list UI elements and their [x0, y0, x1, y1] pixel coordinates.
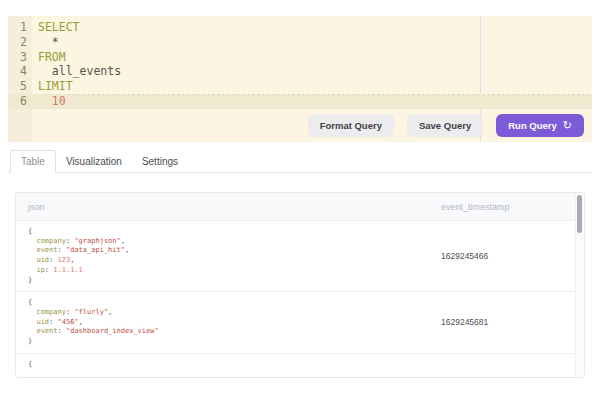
- json-line: event: "data_api_hit",: [28, 246, 441, 256]
- refresh-icon: ↻: [563, 120, 572, 131]
- table-row: { company: "flurly", uid: "456", event: …: [16, 292, 584, 354]
- results-tabbar: Table Visualization Settings: [8, 150, 592, 173]
- json-cell: {: [16, 354, 441, 378]
- timestamp-cell: 1629245466: [441, 221, 488, 291]
- json-line: company: "graphjson",: [28, 237, 441, 247]
- results-table: json event_timestamp { company: "graphjs…: [15, 192, 585, 378]
- editor-line: 1 SELECT: [8, 20, 592, 35]
- sql-editor[interactable]: 1 SELECT 2 * 3 FROM 4 all_events 5 LIMIT…: [8, 16, 592, 142]
- sql-number: 10: [27, 94, 66, 109]
- save-query-button[interactable]: Save Query: [407, 114, 483, 137]
- json-line: {: [28, 360, 441, 370]
- table-row: { company: "graphjson", event: "data_api…: [16, 221, 584, 292]
- tab-table[interactable]: Table: [10, 150, 56, 173]
- table-header-row: json event_timestamp: [16, 193, 584, 221]
- column-header-event-timestamp: event_timestamp: [441, 202, 510, 212]
- editor-active-line: 6 10: [8, 94, 592, 109]
- editor-line: 3 FROM: [8, 50, 592, 65]
- sql-keyword: FROM: [27, 50, 66, 65]
- sql-operator: *: [27, 35, 59, 50]
- editor-line: 2 *: [8, 35, 592, 50]
- line-number: 3: [8, 50, 27, 65]
- json-line: }: [28, 337, 441, 347]
- editor-line: 4 all_events: [8, 64, 592, 79]
- json-line: {: [28, 227, 441, 237]
- sql-identifier: all_events: [27, 64, 121, 79]
- json-cell: { company: "graphjson", event: "data_api…: [16, 221, 441, 291]
- query-tool-page: 1 SELECT 2 * 3 FROM 4 all_events 5 LIMIT…: [0, 0, 600, 400]
- json-line: uid: 123,: [28, 256, 441, 266]
- json-line: company: "flurly",: [28, 308, 441, 318]
- json-line: ip: 1.1.1.1: [28, 266, 441, 276]
- format-query-button[interactable]: Format Query: [308, 114, 394, 137]
- table-row: {: [16, 354, 584, 378]
- scrollbar-thumb[interactable]: [577, 195, 582, 233]
- editor-code-lines: 1 SELECT 2 * 3 FROM 4 all_events 5 LIMIT…: [8, 16, 592, 109]
- line-number: 6: [8, 94, 27, 109]
- run-query-button[interactable]: Run Query ↻: [496, 114, 584, 137]
- editor-line: 5 LIMIT: [8, 79, 592, 94]
- sql-keyword: SELECT: [27, 20, 80, 35]
- line-number: 2: [8, 35, 27, 50]
- json-line: event: "dashboard_index_view": [28, 327, 441, 337]
- run-query-label: Run Query: [508, 120, 557, 131]
- json-line: {: [28, 298, 441, 308]
- json-line: }: [28, 276, 441, 286]
- table-scrollbar: [575, 193, 584, 377]
- timestamp-cell: 1629245681: [441, 292, 488, 353]
- line-number: 4: [8, 64, 27, 79]
- line-number: 5: [8, 79, 27, 94]
- sql-keyword: LIMIT: [27, 79, 73, 94]
- column-header-json: json: [16, 202, 441, 212]
- query-toolbar: Format Query Save Query Run Query ↻: [308, 114, 584, 137]
- json-line: uid: "456",: [28, 318, 441, 328]
- json-cell: { company: "flurly", uid: "456", event: …: [16, 292, 441, 353]
- line-number: 1: [8, 20, 27, 35]
- tab-visualization[interactable]: Visualization: [56, 151, 132, 172]
- tab-settings[interactable]: Settings: [132, 151, 188, 172]
